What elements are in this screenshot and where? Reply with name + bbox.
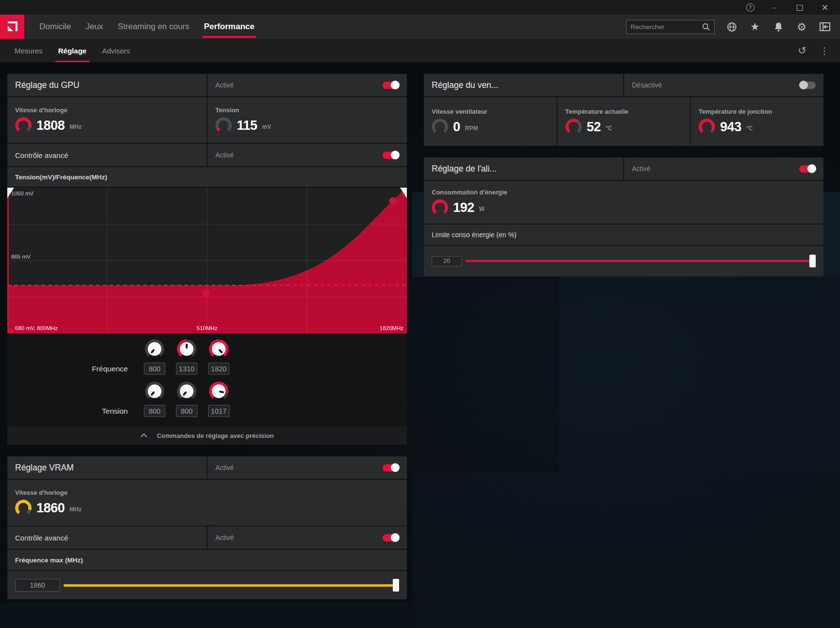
main-navbar: Domicile Jeux Streaming en cours Perform… xyxy=(0,15,840,39)
current-temp-value: 52 xyxy=(587,120,601,135)
chart-label-bottom-left: 680 mV, 800MHz xyxy=(15,325,58,331)
tab-mesures[interactable]: Mesures xyxy=(7,39,51,62)
vram-clock-label: Vitesse d'horloge xyxy=(15,489,68,496)
right-column: Réglage du ven... Désactivé Vitesse vent… xyxy=(424,74,823,288)
nav-right-icons: ★ ⚙ xyxy=(626,15,840,39)
maximize-icon[interactable]: □ xyxy=(794,3,805,11)
fan-speed-gauge-icon xyxy=(432,119,448,135)
fan-enable-toggle[interactable] xyxy=(799,82,816,89)
gpu-enable-toggle[interactable] xyxy=(383,82,399,89)
precision-controls-collapse[interactable]: Commandes de réglage avec précision xyxy=(7,426,407,445)
voltage-row-label: Tension xyxy=(102,407,139,416)
search-input[interactable] xyxy=(630,23,702,31)
tab-advisors[interactable]: Advisors xyxy=(94,39,138,62)
nav-items: Domicile Jeux Streaming en cours Perform… xyxy=(32,15,262,39)
fan-speed-label: Vitesse ventilateur xyxy=(432,108,488,115)
power-enable-toggle[interactable] xyxy=(799,165,816,173)
frequency-knob-3[interactable] xyxy=(209,339,228,359)
junction-temp-value: 943 xyxy=(720,120,741,135)
chevron-up-icon xyxy=(140,434,147,437)
power-slider-thumb[interactable] xyxy=(809,255,816,267)
fan-card-title: Réglage du ven... xyxy=(432,80,498,90)
star-icon[interactable]: ★ xyxy=(749,20,761,33)
gpu-card-title: Réglage du GPU xyxy=(15,80,79,90)
gpu-clock-label: Vitesse d'horloge xyxy=(15,106,68,114)
window-titlebar: ? – □ × xyxy=(0,0,840,15)
power-limit-input[interactable] xyxy=(432,256,462,266)
power-limit-label: Limite conso énergie (en %) xyxy=(424,225,823,245)
vram-slider-thumb[interactable] xyxy=(393,579,399,592)
content-area: Réglage du GPU Activé Vitesse d'horloge … xyxy=(0,62,840,611)
search-icon[interactable] xyxy=(702,23,710,31)
voltage-knob-1[interactable] xyxy=(145,382,164,401)
tab-reglage[interactable]: Réglage xyxy=(51,39,94,62)
voltage-input-2[interactable] xyxy=(176,405,197,417)
fan-tuning-card: Réglage du ven... Désactivé Vitesse vent… xyxy=(424,74,823,146)
chart-label-bottom-right: 1820MHz xyxy=(380,325,403,331)
power-limit-slider[interactable] xyxy=(466,260,816,262)
vram-clock-unit: MHz xyxy=(70,506,82,513)
voltage-frequency-chart[interactable]: 1050 mV 865 mV 680 mV, 800MHz 510MHz 182… xyxy=(7,188,407,333)
vram-advanced-toggle[interactable] xyxy=(383,534,399,541)
vram-clock-value: 1860 xyxy=(36,501,65,516)
frequency-knob-1[interactable] xyxy=(145,339,164,359)
gear-icon[interactable]: ⚙ xyxy=(795,20,808,33)
search-box[interactable] xyxy=(626,20,715,34)
power-status-label: Activé xyxy=(632,165,650,173)
voltage-knob-3[interactable] xyxy=(209,382,228,401)
frequency-input-3[interactable] xyxy=(208,363,229,375)
gpu-clock-value: 1808 xyxy=(36,118,65,133)
junction-temp-label: Température de jonction xyxy=(699,108,772,115)
globe-icon[interactable] xyxy=(725,20,738,33)
nav-item-performance[interactable]: Performance xyxy=(197,15,262,39)
power-limit-slider-row xyxy=(424,246,823,276)
fan-status-label: Désactivé xyxy=(632,81,662,89)
frequency-input-1[interactable] xyxy=(144,363,165,375)
curve-point-mid[interactable] xyxy=(203,290,210,297)
precision-controls-label: Commandes de réglage avec précision xyxy=(157,432,274,439)
help-icon[interactable]: ? xyxy=(746,3,754,12)
frequency-knob-2[interactable] xyxy=(177,339,196,359)
voltage-knob-2[interactable] xyxy=(177,382,196,401)
minimize-icon[interactable]: – xyxy=(769,4,780,11)
reset-icon[interactable]: ↺ xyxy=(793,42,811,59)
current-temp-unit: °C xyxy=(606,125,612,132)
amd-logo[interactable] xyxy=(0,15,24,39)
vram-enable-toggle[interactable] xyxy=(383,464,399,471)
power-consumption-label: Consommation d'énergie xyxy=(432,189,508,196)
vram-max-frequency-slider[interactable] xyxy=(64,584,399,587)
curve-point-max[interactable] xyxy=(389,197,397,205)
current-temp-gauge-icon xyxy=(565,119,582,135)
vram-advanced-status: Activé xyxy=(215,534,234,541)
current-temp-label: Température actuelle xyxy=(565,108,629,115)
frequency-input-2[interactable] xyxy=(176,363,197,375)
vram-max-frequency-label: Fréquence max (MHz) xyxy=(7,550,407,570)
voltage-input-1[interactable] xyxy=(144,405,165,417)
gpu-advanced-toggle[interactable] xyxy=(383,152,399,159)
vram-max-frequency-slider-row xyxy=(7,571,407,599)
performance-subnav: Mesures Réglage Advisors ↺ ⋮ xyxy=(0,39,840,62)
subnav-icons: ↺ ⋮ xyxy=(793,39,840,62)
left-column: Réglage du GPU Activé Vitesse d'horloge … xyxy=(7,74,407,611)
power-consumption-unit: W xyxy=(479,206,485,212)
close-icon[interactable]: × xyxy=(820,3,830,12)
vram-max-frequency-input[interactable] xyxy=(15,579,60,592)
voltage-input-3[interactable] xyxy=(208,405,229,417)
collapse-panel-icon[interactable] xyxy=(819,20,831,33)
bell-icon[interactable] xyxy=(772,20,785,33)
gpu-clock-unit: MHz xyxy=(70,123,82,130)
fan-speed-value: 0 xyxy=(453,120,460,135)
power-consumption-value: 192 xyxy=(453,200,474,215)
chart-label-bottom-center: 510MHz xyxy=(197,325,218,331)
chart-label-mid-left: 865 mV xyxy=(11,254,31,260)
nav-item-streaming[interactable]: Streaming en cours xyxy=(110,15,196,39)
nav-item-jeux[interactable]: Jeux xyxy=(78,15,110,39)
nav-item-domicile[interactable]: Domicile xyxy=(32,15,78,39)
gpu-voltage-value: 115 xyxy=(237,118,257,133)
gpu-clock-gauge-icon xyxy=(15,117,32,134)
curve-title: Tension(mV)/Fréquence(MHz) xyxy=(7,167,407,187)
gpu-voltage-label: Tension xyxy=(215,106,239,114)
chart-label-top-left: 1050 mV xyxy=(11,191,34,196)
gpu-tuning-card: Réglage du GPU Activé Vitesse d'horloge … xyxy=(7,74,407,445)
kebab-menu-icon[interactable]: ⋮ xyxy=(816,42,833,59)
